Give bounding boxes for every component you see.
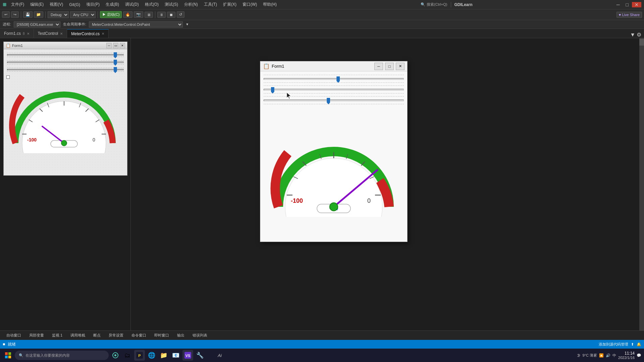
debug-tab-command[interactable]: 命令窗口 (128, 331, 150, 340)
taskbar-outlook[interactable]: 📧 (170, 350, 181, 361)
menu-test[interactable]: 测试(S) (162, 1, 181, 8)
menu-file[interactable]: 文件(F) (8, 1, 27, 8)
taskbar-edge[interactable]: 🌐 (146, 350, 157, 361)
slider-thumb-3[interactable] (114, 67, 117, 73)
right-scrollbar[interactable] (639, 38, 644, 330)
menu-project[interactable]: 项目(P) (84, 1, 102, 8)
minimize-button[interactable]: ─ (614, 2, 623, 7)
menu-edit[interactable]: 编辑(E) (28, 1, 46, 8)
debug-tab-output[interactable]: 输出 (173, 331, 188, 340)
debug-tab-immediate[interactable]: 即时窗口 (151, 331, 173, 340)
designer-close[interactable]: ✕ (120, 43, 125, 48)
tab-metercontrol-close[interactable]: ✕ (102, 32, 104, 36)
volume-icon: 🔊 (606, 353, 610, 358)
debug-tab-watch1[interactable]: 监视 1 (48, 331, 66, 340)
runtime-close[interactable]: ✕ (396, 63, 405, 70)
designer-slider-2[interactable] (7, 59, 124, 65)
runtime-maximize[interactable]: □ (385, 63, 394, 70)
start-button[interactable] (3, 350, 13, 361)
slider-thumb-2[interactable] (114, 60, 117, 66)
taskview-button[interactable] (110, 350, 121, 361)
runtime-slider-row-3[interactable] (264, 96, 404, 104)
menu-build[interactable]: 生成(B) (103, 1, 122, 8)
stop-button[interactable]: ⏹ (167, 12, 175, 18)
process-dropdown[interactable]: [26508] GDILearn.exe (14, 21, 60, 27)
designer-slider-3[interactable] (7, 67, 124, 73)
search-label[interactable]: 搜索(Ctrl+Q) (427, 2, 447, 7)
taskbar-explorer[interactable]: 🗂 (122, 350, 133, 361)
pause-button[interactable]: ⏸ (157, 12, 166, 18)
menu-debug[interactable]: 调试(D) (122, 1, 142, 8)
undo-button[interactable]: ↩ (2, 11, 10, 18)
live-share-button[interactable]: ♥ Live Share (616, 12, 642, 18)
designer-slider-1[interactable] (7, 52, 124, 58)
slider-thumb-1[interactable] (114, 52, 117, 58)
runtime-slider-thumb-1[interactable] (336, 76, 340, 83)
clock[interactable]: 11:14 2022/1/16 (618, 351, 635, 360)
taskbar-pycharm[interactable]: P (134, 350, 145, 361)
tab-testcontrol-close[interactable]: ✕ (60, 32, 63, 36)
start-button[interactable]: ▶ 启动(C) (100, 11, 122, 18)
menu-help[interactable]: 帮助(H) (260, 1, 279, 8)
method-dropdown[interactable]: MeterControl.MeterControl.OnPaint (89, 21, 183, 27)
slider-track-1[interactable] (7, 54, 124, 56)
scroll-thumb[interactable] (639, 39, 644, 46)
runtime-slider-thumb-2[interactable] (271, 87, 274, 94)
runtime-slider-track-3[interactable] (264, 100, 404, 101)
menu-format[interactable]: 格式(O) (142, 1, 161, 8)
redo-button[interactable]: ↪ (11, 11, 19, 18)
runtime-slider-row-1[interactable] (264, 75, 404, 83)
debug-tab-errors[interactable]: 错误列表 (189, 331, 211, 340)
ai-label[interactable]: Ai (210, 349, 230, 362)
debug-tab-callstack[interactable]: 调用堆栈 (67, 331, 89, 340)
source-control-button[interactable]: 添加到源代码管理 (599, 342, 628, 347)
taskbar-visualstudio[interactable]: VS (182, 350, 193, 361)
debug-tab-breakpoints[interactable]: 断点 (90, 331, 104, 340)
tab-form1-close[interactable]: ✕ (27, 32, 30, 36)
tab-metercontrol[interactable]: MeterControl.cs ✕ (67, 29, 109, 38)
fire-button[interactable]: 🔥 (123, 11, 132, 18)
debug-tab-autownd[interactable]: 自动窗口 (3, 331, 25, 340)
menu-view[interactable]: 视图(V) (47, 1, 66, 8)
runtime-window: 📋 Form1 ─ □ ✕ (260, 61, 408, 242)
menu-analyze[interactable]: 分析(N) (181, 1, 201, 8)
taskbar-search-box[interactable]: 🔍 在这里输入你要搜索的内容 (15, 351, 109, 360)
tabs-settings-icon[interactable]: ⚙ (637, 32, 641, 38)
screen-button[interactable]: 🖥 (145, 12, 153, 18)
debug-tab-exceptions[interactable]: 异常设置 (105, 331, 127, 340)
notification-center[interactable]: 💬 (637, 353, 641, 358)
runtime-slider-row-2[interactable] (264, 85, 404, 94)
svg-text:-100: -100 (27, 137, 37, 142)
debug-mode-dropdown[interactable]: Debug (48, 11, 69, 18)
open-button[interactable]: 📁 (34, 11, 43, 18)
taskbar-app2[interactable]: 🔧 (195, 350, 205, 361)
camera-button[interactable]: 📷 (134, 11, 143, 18)
menu-tools[interactable]: 工具(T) (201, 1, 220, 8)
menu-window[interactable]: 窗口(W) (240, 1, 260, 8)
notification-icon[interactable]: 🔔 (637, 342, 641, 347)
cpu-dropdown[interactable]: Any CPU (70, 11, 96, 18)
runtime-slider-track-2[interactable] (264, 89, 404, 90)
runtime-minimize[interactable]: ─ (374, 63, 383, 70)
runtime-slider-thumb-3[interactable] (327, 98, 330, 105)
tabs-dropdown-icon[interactable]: ▼ (630, 32, 635, 38)
close-button[interactable]: ✕ (632, 2, 641, 7)
taskbar-files[interactable]: 📁 (158, 350, 169, 361)
runtime-slider-track-1[interactable] (264, 78, 404, 80)
save-button[interactable]: 💾 (23, 11, 33, 18)
separator-3 (98, 11, 98, 18)
maximize-button[interactable]: □ (623, 2, 631, 7)
menu-git[interactable]: Git(G) (66, 2, 83, 8)
slider-track-3[interactable] (7, 69, 124, 70)
language-indicator[interactable]: 中 (612, 353, 616, 358)
restart-button[interactable]: ↺ (177, 11, 184, 18)
designer-minimize[interactable]: ─ (106, 43, 112, 48)
menu-extensions[interactable]: 扩展(X) (220, 1, 239, 8)
designer-restore[interactable]: ▭ (113, 43, 118, 48)
dropdown-arrow[interactable]: ▼ (185, 22, 189, 26)
debug-tab-locals[interactable]: 局部变量 (25, 331, 48, 340)
tab-form1[interactable]: Form1.cs 8 ✕ (0, 29, 34, 38)
process-label: 进程: (3, 22, 11, 27)
tab-testcontrol[interactable]: TestControl ✕ (34, 29, 67, 38)
slider-track-2[interactable] (7, 62, 124, 63)
